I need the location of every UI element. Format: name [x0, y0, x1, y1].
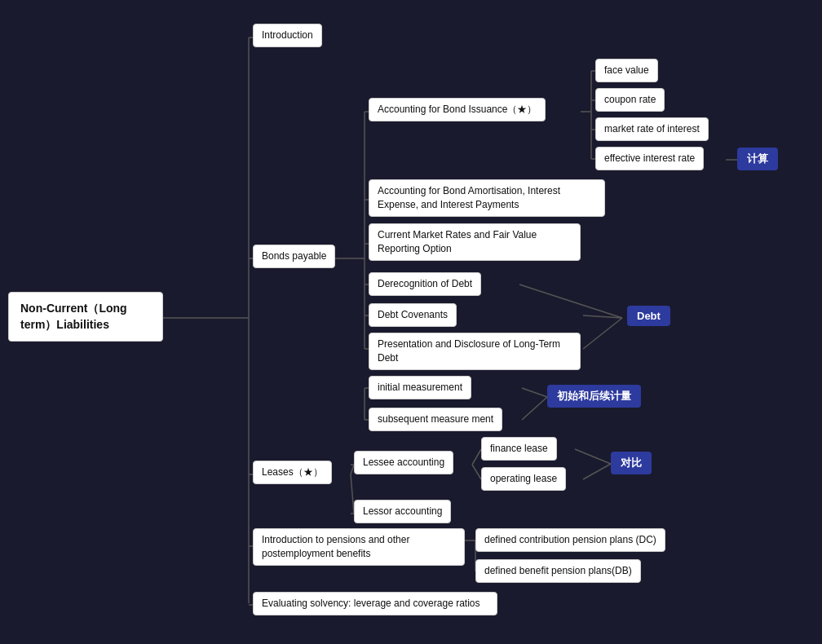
svg-line-24 [519, 285, 622, 318]
effective-rate-node[interactable]: effective interest rate [595, 147, 704, 170]
operating-lease-node[interactable]: operating lease [481, 467, 566, 491]
coupon-rate-node[interactable]: coupon rate [595, 88, 665, 112]
svg-line-32 [472, 449, 481, 465]
finance-lease-node[interactable]: finance lease [481, 437, 557, 461]
initial-measurement-node[interactable]: initial measurement [369, 376, 471, 399]
face-value-node[interactable]: face value [595, 59, 658, 82]
introduction-node[interactable]: Introduction [253, 24, 322, 47]
bond-issuance-node[interactable]: Accounting for Bond Issuance（★） [369, 98, 546, 121]
svg-line-34 [575, 449, 611, 464]
svg-line-33 [472, 465, 481, 479]
duibi-badge: 对比 [611, 452, 652, 474]
pensions-node[interactable]: Introduction to pensions and other poste… [253, 528, 465, 566]
evaluating-node[interactable]: Evaluating solvency: leverage and covera… [253, 592, 497, 615]
debt-badge: Debt [627, 306, 670, 326]
db-plans-node[interactable]: defined benefit pension plans(DB) [475, 559, 641, 583]
mind-map: Non-Current（Long term）Liabilities Introd… [0, 0, 822, 644]
current-market-node[interactable]: Current Market Rates and Fair Value Repo… [369, 223, 581, 261]
dc-plans-node[interactable]: defined contribution pension plans (DC) [475, 528, 665, 552]
svg-line-35 [583, 464, 611, 479]
svg-line-22 [522, 388, 547, 397]
subsequent-node[interactable]: subsequent measure ment [369, 408, 502, 431]
market-rate-node[interactable]: market rate of interest [595, 117, 709, 141]
svg-line-26 [583, 318, 622, 349]
jisuan-badge: 计算 [737, 148, 778, 170]
svg-line-23 [522, 397, 547, 420]
leases-node[interactable]: Leases（★） [253, 461, 332, 484]
lessee-accounting-node[interactable]: Lessee accounting [354, 451, 453, 474]
presentation-node[interactable]: Presentation and Disclosure of Long-Term… [369, 333, 581, 370]
debt-covenants-node[interactable]: Debt Covenants [369, 303, 457, 327]
svg-line-25 [583, 315, 622, 318]
chushi-badge: 初始和后续计量 [547, 385, 641, 408]
lessor-accounting-node[interactable]: Lessor accounting [354, 500, 451, 523]
bonds-payable-node[interactable]: Bonds payable [253, 245, 335, 268]
derecognition-node[interactable]: Derecognition of Debt [369, 272, 481, 296]
bond-amortisation-node[interactable]: Accounting for Bond Amortisation, Intere… [369, 179, 605, 217]
root-node: Non-Current（Long term）Liabilities [8, 292, 163, 342]
